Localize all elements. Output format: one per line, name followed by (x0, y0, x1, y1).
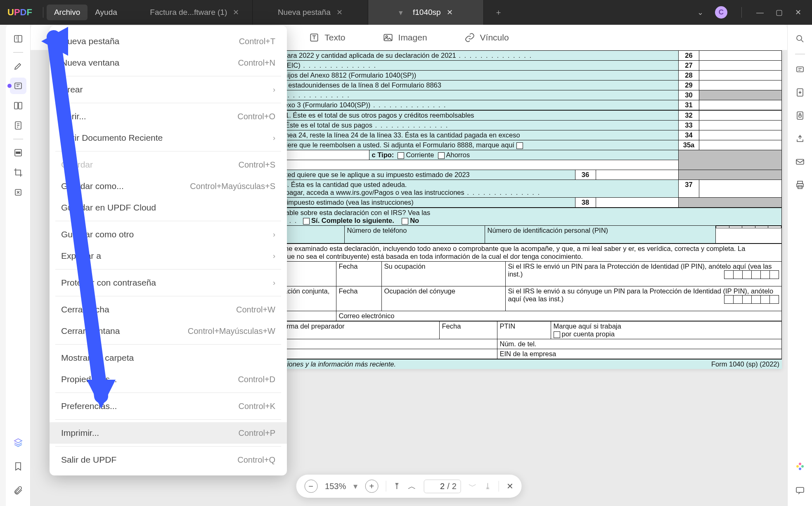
menu-item-label: Guardar (61, 160, 93, 170)
crop-icon[interactable] (10, 164, 26, 181)
line-num: 28 (679, 71, 699, 80)
dropdown-icon[interactable]: ▾ (399, 8, 403, 17)
menu-item[interactable]: Abrir Documento Reciente› (50, 127, 287, 149)
edit-text-icon[interactable] (10, 78, 26, 94)
form-icon[interactable] (10, 117, 26, 134)
line-num: 38 (575, 198, 596, 207)
tab-1[interactable]: Nueva pestaña✕ (253, 0, 368, 25)
close-pagectrl-icon[interactable]: ✕ (507, 481, 514, 491)
organize-icon[interactable] (10, 97, 26, 114)
layers-icon[interactable] (10, 434, 26, 451)
export-icon[interactable] (792, 84, 808, 101)
menu-item-label: Exportar a (61, 251, 101, 261)
page-controls: − 153% ▾ + ⤒ ︿ / 2 ﹀ ⤓ ✕ (296, 475, 522, 498)
zoom-dropdown-icon[interactable]: ▾ (353, 481, 357, 491)
attachment-icon[interactable] (10, 482, 26, 499)
menu-item-label: Guardar en UPDF Cloud (61, 203, 156, 213)
line-num: 29 (679, 80, 699, 90)
protect-icon[interactable] (792, 107, 808, 124)
line-num: 33 (679, 121, 699, 130)
svg-point-20 (796, 465, 799, 468)
first-page-icon[interactable]: ⤒ (393, 481, 400, 491)
mail-icon[interactable] (792, 154, 808, 170)
menu-item[interactable]: Guardar como otro› (50, 224, 287, 245)
reader-icon[interactable] (10, 31, 26, 47)
menu-item[interactable]: Cerrar FichaControl+W (50, 299, 287, 320)
menu-item[interactable]: Guardar como...Control+Mayúsculas+S (50, 175, 287, 197)
search-icon[interactable] (792, 31, 808, 47)
chevron-right-icon: › (273, 279, 275, 287)
maximize-icon[interactable]: ▢ (775, 8, 783, 17)
menu-item[interactable]: Mostrar en carpeta (50, 347, 287, 369)
menu-shortcut: Control+Mayúsculas+W (188, 326, 275, 336)
ocr-icon[interactable] (792, 61, 808, 78)
form-text: Número de identificación personal (PIN) (488, 227, 608, 234)
last-page-icon[interactable]: ⤓ (484, 481, 491, 491)
menu-ayuda[interactable]: Ayuda (88, 5, 125, 20)
close-icon[interactable]: ✕ (447, 8, 453, 17)
tabs: Factura de...ftware (1)✕ Nueva pestaña✕ … (137, 0, 686, 25)
menu-item[interactable]: Imprimir...Control+P (50, 422, 287, 444)
link-tool-button[interactable]: Vínculo (464, 32, 509, 43)
menu-item[interactable]: Abrir...Control+O (50, 106, 287, 127)
avatar[interactable]: C (715, 6, 727, 19)
ai-assistant-icon[interactable] (792, 458, 808, 475)
highlighter-icon[interactable] (10, 58, 26, 74)
menu-shortcut: Control+N (238, 58, 275, 68)
menu-item[interactable]: Crear› (50, 79, 287, 100)
form-text: Fecha (439, 322, 497, 339)
menu-shortcut: Control+K (239, 402, 276, 411)
print-icon[interactable] (792, 177, 808, 193)
menu-item[interactable]: GuardarControl+S (50, 154, 287, 175)
menu-item-label: Abrir... (61, 111, 86, 121)
zoom-in-button[interactable]: + (365, 480, 378, 493)
share-icon[interactable] (792, 130, 808, 147)
menu-item-label: Mostrar en carpeta (61, 353, 134, 363)
add-tab-button[interactable]: ＋ (484, 0, 513, 25)
line-num: 30 (679, 90, 699, 100)
right-sidebar (787, 25, 812, 506)
redact-icon[interactable] (10, 144, 26, 161)
tab-label: Factura de...ftware (1) (150, 8, 227, 17)
menu-item[interactable]: Salir de UPDFControl+Q (50, 449, 287, 471)
form-text: No (410, 217, 419, 224)
line-num: 34 (679, 130, 699, 140)
tab-0[interactable]: Factura de...ftware (1)✕ (137, 0, 253, 25)
page-input[interactable] (428, 482, 445, 491)
chevron-right-icon: › (273, 85, 275, 94)
svg-rect-11 (797, 112, 803, 119)
menu-item[interactable]: Cerrar VentanaControl+Mayúsculas+W (50, 320, 287, 342)
prev-page-icon[interactable]: ︿ (408, 481, 416, 492)
menu-item[interactable]: Nueva ventanaControl+N (50, 52, 287, 73)
form-text: Ahorros (446, 151, 470, 158)
page-number-box[interactable]: / 2 (424, 480, 461, 493)
chevron-right-icon: › (273, 252, 275, 260)
close-window-icon[interactable]: ✕ (794, 8, 802, 17)
close-icon[interactable]: ✕ (233, 8, 239, 17)
tab-2[interactable]: ▾f1040sp✕ (368, 0, 484, 25)
text-tool-button[interactable]: Texto (309, 32, 345, 43)
image-tool-button[interactable]: Imagen (383, 32, 427, 43)
svg-rect-3 (19, 102, 22, 109)
close-icon[interactable]: ✕ (336, 8, 343, 17)
menu-item[interactable]: Propiedades...Control+D (50, 369, 287, 390)
menu-item[interactable]: Proteger con contraseña› (50, 272, 287, 293)
bookmark-icon[interactable] (10, 458, 26, 475)
zoom-out-button[interactable]: − (304, 480, 317, 493)
comments-icon[interactable] (792, 482, 808, 499)
menu-item-label: Cerrar Ficha (61, 305, 109, 314)
window-controls: ⌄ C — ▢ ✕ (686, 6, 812, 19)
menu-item[interactable]: Exportar a› (50, 245, 287, 267)
compress-icon[interactable] (10, 184, 26, 201)
chevron-down-icon[interactable]: ⌄ (696, 8, 704, 17)
menu-item[interactable]: Nueva pestañaControl+T (50, 31, 287, 52)
menu-item[interactable]: Preferencias...Control+K (50, 395, 287, 417)
menu-archivo[interactable]: Archivo (47, 5, 88, 20)
page-total: 2 (452, 482, 457, 491)
minimize-icon[interactable]: — (756, 8, 764, 17)
svg-rect-13 (796, 159, 804, 164)
next-page-icon[interactable]: ﹀ (469, 481, 477, 492)
menu-shortcut: Control+O (237, 112, 275, 121)
menu-item[interactable]: Guardar en UPDF Cloud (50, 197, 287, 218)
line-num: 31 (679, 100, 699, 110)
